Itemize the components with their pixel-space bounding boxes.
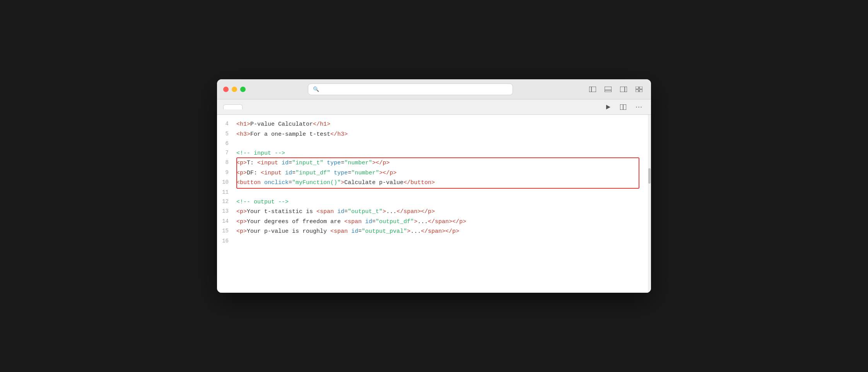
grid-layout-icon	[636, 87, 642, 92]
line-number: 12	[217, 197, 236, 206]
line-number: 4	[217, 119, 236, 129]
svg-rect-0	[589, 87, 596, 92]
line-content: <button onclick="myFunction()">Calculate…	[236, 178, 651, 188]
sidebar-right-icon	[620, 87, 627, 92]
code-line-4: 4<h1>P-value Calculator</h1>	[217, 119, 651, 130]
scrollbar-track[interactable]	[648, 115, 651, 293]
scrollbar-thumb[interactable]	[648, 168, 651, 184]
line-number: 13	[217, 207, 236, 216]
tabbar-right: ···	[603, 101, 645, 113]
run-icon	[605, 104, 611, 110]
svg-marker-10	[606, 105, 610, 109]
code-line-5: 5<h3>For a one-sample t-test</h3>	[217, 130, 651, 140]
line-number: 14	[217, 217, 236, 226]
svg-rect-8	[636, 90, 639, 92]
line-content: <h1>P-value Calculator</h1>	[236, 119, 651, 130]
line-content: <!-- input -->	[236, 148, 651, 159]
svg-rect-2	[605, 87, 612, 92]
svg-rect-7	[639, 87, 642, 89]
code-line-14: 14<p>Your degrees of freedom are <span i…	[217, 217, 651, 227]
line-content: <!-- output -->	[236, 197, 651, 207]
tab-index-html[interactable]	[223, 104, 243, 109]
close-button[interactable]	[223, 87, 229, 92]
line-number: 8	[217, 158, 236, 167]
sidebar-toggle-button[interactable]	[587, 85, 598, 94]
line-number: 16	[217, 237, 236, 246]
search-icon: 🔍	[313, 86, 319, 92]
split-editor-button[interactable]	[618, 103, 629, 111]
code-line-13: 13<p>Your t-statistic is <span id="outpu…	[217, 207, 651, 217]
grid-layout-button[interactable]	[633, 85, 645, 94]
titlebar-right-buttons	[587, 85, 645, 94]
code-line-9: 9<p>DF: <input id="input_df" type="numbe…	[217, 168, 651, 178]
line-content: <p>DF: <input id="input_df" type="number…	[236, 168, 651, 178]
app-window: 🔍	[217, 79, 651, 293]
titlebar: 🔍	[217, 79, 651, 99]
code-line-15: 15<p>Your p-value is roughly <span id="o…	[217, 227, 651, 237]
line-number: 5	[217, 130, 236, 139]
tabbar: ···	[217, 99, 651, 115]
line-number: 11	[217, 188, 236, 197]
line-number: 6	[217, 139, 236, 148]
line-number: 10	[217, 178, 236, 187]
code-line-10: 10<button onclick="myFunction()">Calcula…	[217, 178, 651, 188]
code-line-6: 6	[217, 139, 651, 148]
svg-rect-9	[639, 90, 642, 92]
more-options-icon: ···	[636, 103, 642, 111]
bottom-panel-icon	[605, 87, 612, 92]
bottom-panel-button[interactable]	[602, 85, 614, 94]
maximize-button[interactable]	[240, 87, 246, 92]
line-number: 15	[217, 227, 236, 236]
forward-button[interactable]	[264, 88, 269, 91]
sidebar-right-button[interactable]	[618, 85, 629, 94]
back-button[interactable]	[256, 88, 261, 91]
line-content: <p>T: <input id="input_t" type="number">…	[236, 158, 651, 168]
code-line-12: 12<!-- output -->	[217, 197, 651, 207]
line-content: <p>Your degrees of freedom are <span id=…	[236, 217, 651, 227]
minimize-button[interactable]	[232, 87, 237, 92]
code-line-7: 7<!-- input -->	[217, 148, 651, 159]
line-number: 9	[217, 168, 236, 177]
split-editor-icon	[620, 104, 626, 110]
code-line-8: 8<p>T: <input id="input_t" type="number"…	[217, 158, 651, 168]
more-options-button[interactable]: ···	[633, 101, 645, 113]
svg-rect-4	[620, 87, 627, 92]
line-content: <h3>For a one-sample t-test</h3>	[236, 130, 651, 140]
run-button[interactable]	[603, 103, 613, 111]
code-line-16: 16	[217, 237, 651, 246]
code-line-11: 11	[217, 188, 651, 197]
svg-rect-6	[636, 87, 639, 89]
traffic-lights	[223, 87, 246, 92]
search-bar[interactable]: 🔍	[308, 84, 513, 95]
sidebar-left-icon	[589, 87, 596, 92]
line-number: 7	[217, 148, 236, 158]
nav-buttons	[256, 88, 269, 91]
editor[interactable]: 4<h1>P-value Calculator</h1>5<h3>For a o…	[217, 115, 651, 293]
line-content: <p>Your p-value is roughly <span id="out…	[236, 227, 651, 237]
line-content: <p>Your t-statistic is <span id="output_…	[236, 207, 651, 217]
